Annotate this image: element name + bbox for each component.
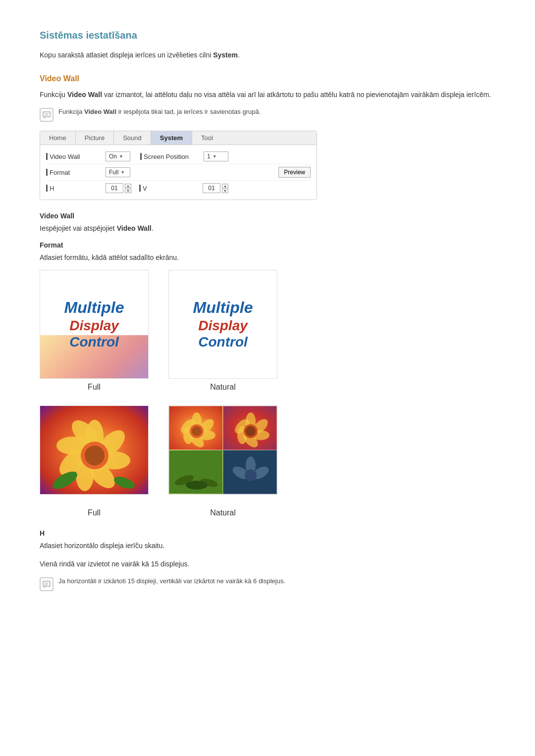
vw-label-text: Video Wall xyxy=(50,153,80,160)
svg-point-41 xyxy=(245,469,257,481)
sub-section-vw-desc: Iespējojiet vai atspējojiet Video Wall. xyxy=(40,223,495,234)
format-label-full: Full xyxy=(88,383,101,392)
note-icon xyxy=(40,108,54,122)
format-label-item-natural: Natural xyxy=(168,508,277,517)
flower-image-natural xyxy=(168,405,277,495)
note-box-1: Funkcija Video Wall ir iespējota tikai t… xyxy=(40,107,495,122)
format-image-full: Multiple Display Control xyxy=(40,270,149,379)
photo-label-full: Full xyxy=(88,508,101,517)
h-arrow-up[interactable]: ▲ xyxy=(125,184,131,188)
flower-svg-full xyxy=(40,406,149,495)
screenpos-label-text: Screen Position xyxy=(144,153,189,160)
svg-point-23 xyxy=(192,426,202,436)
format-selectbox[interactable]: Full ▼ xyxy=(106,167,130,177)
natural-cell-tr xyxy=(223,406,277,450)
v-arrow-up[interactable]: ▲ xyxy=(222,184,228,188)
intro-system-bold: System xyxy=(213,51,238,59)
vw-desc-suffix: var izmantot, lai attēlotu daļu no visa … xyxy=(104,91,491,99)
menu-item-picture[interactable]: Picture xyxy=(76,131,114,145)
sub-section-vw-heading: Video Wall xyxy=(40,212,495,220)
sub-vw-bold: Video Wall xyxy=(117,224,152,232)
h-section-desc1: Atlasiet horizontālo displeja ierīču ska… xyxy=(40,540,495,551)
screenpos-arrow: ▼ xyxy=(213,154,217,159)
note-box-2: Ja horizontāli ir izkārtoti 15 displeji,… xyxy=(40,576,495,591)
menu-label-v: V xyxy=(139,185,199,192)
v-value[interactable]: 01 xyxy=(203,183,220,193)
format-natural-text-overlay: Multiple Display Control xyxy=(169,270,277,378)
video-wall-heading: Video Wall xyxy=(40,74,495,83)
h-section-desc2: Vienā rindā var izvietot ne vairāk kā 15… xyxy=(40,558,495,569)
note-icon-2 xyxy=(40,577,54,591)
menu-item-system[interactable]: System xyxy=(151,131,192,145)
natural-text-line2: Display xyxy=(198,317,248,334)
label-bar-3 xyxy=(46,169,48,176)
vw-desc-prefix: Funkciju xyxy=(40,91,65,99)
format-grid: Multiple Display Control Full Multiple D… xyxy=(40,270,495,392)
page-heading: Sistēmas iestatīšana xyxy=(40,30,495,41)
note-text-2: Ja horizontāli ir izkārtoti 15 displeji,… xyxy=(58,576,285,586)
h-section-heading: H xyxy=(40,529,495,537)
format-label-item-full: Full xyxy=(40,508,149,517)
preview-button[interactable]: Preview xyxy=(278,167,311,178)
format-select[interactable]: Full ▼ xyxy=(106,167,130,177)
format-arrow: ▼ xyxy=(120,170,125,175)
menu-label-h: H xyxy=(46,185,106,192)
intro-text-after: . xyxy=(238,51,240,59)
menu-label-format: Format xyxy=(46,169,106,176)
label-bar-2 xyxy=(140,153,142,160)
format-label-text: Format xyxy=(50,169,70,176)
format-value: Full xyxy=(109,169,118,176)
menu-item-tool[interactable]: Tool xyxy=(192,131,222,145)
v-arrow-down[interactable]: ▼ xyxy=(222,189,228,193)
natural-cell-br xyxy=(223,450,277,494)
flower-item-full xyxy=(40,405,149,495)
note-text-1: Funkcija Video Wall ir iespējota tikai t… xyxy=(58,107,261,117)
format-labels-row: Full Natural xyxy=(40,508,495,517)
screenpos-value: 1 xyxy=(207,153,211,160)
sub-section-format-heading: Format xyxy=(40,241,495,249)
menu-row-format: Format Full ▼ Preview xyxy=(46,164,311,181)
svg-point-36 xyxy=(186,481,208,490)
format-full-text-overlay: Multiple Display Control xyxy=(40,270,148,378)
menu-row-hv: H 01 ▲ ▼ V 01 ▲ ▼ xyxy=(46,181,311,196)
format-item-natural: Multiple Display Control Natural xyxy=(168,270,277,392)
h-arrows[interactable]: ▲ ▼ xyxy=(125,184,131,193)
h-arrow-down[interactable]: ▼ xyxy=(125,189,131,193)
full-text-line3: Control xyxy=(69,334,119,351)
menu-row-videowall: Video Wall On ▼ Screen Position 1 ▼ xyxy=(46,149,311,164)
h-label-text: H xyxy=(50,185,54,192)
label-bar-4 xyxy=(46,185,48,192)
v-arrows[interactable]: ▲ ▼ xyxy=(222,184,228,193)
intro-paragraph: Kopu sarakstā atlasiet displeja ierīces … xyxy=(40,50,495,60)
svg-point-12 xyxy=(85,446,105,465)
menu-label-videowall: Video Wall xyxy=(46,153,106,160)
sub-section-format-desc: Atlasiet formātu, kādā attēlot sadalīto … xyxy=(40,252,495,263)
v-spinner[interactable]: 01 ▲ ▼ xyxy=(203,183,228,193)
full-text-line1: Multiple xyxy=(64,298,124,317)
video-wall-desc: Funkciju Video Wall var izmantot, lai at… xyxy=(40,89,495,100)
label-bar xyxy=(46,153,48,160)
menu-item-sound[interactable]: Sound xyxy=(114,131,151,145)
menu-bar: Home Picture Sound System Tool xyxy=(40,131,317,145)
menu-item-home[interactable]: Home xyxy=(40,131,76,145)
vw-on-selectbox[interactable]: On ▼ xyxy=(106,151,130,161)
note1-end: ir iespējota tikai tad, ja ierīces ir sa… xyxy=(118,108,261,115)
flower-item-natural xyxy=(168,405,277,495)
natural-grid-container xyxy=(169,406,277,494)
natural-cell-bl xyxy=(169,450,223,494)
note1-prefix: Funkcija xyxy=(58,108,82,115)
full-text-line2: Display xyxy=(69,317,119,334)
h-value[interactable]: 01 xyxy=(106,183,123,193)
vw-desc-bold: Video Wall xyxy=(67,91,102,99)
screenpos-selectbox[interactable]: 1 ▼ xyxy=(204,151,228,161)
menu-bar-wrapper: Home Picture Sound System Tool Video Wal… xyxy=(40,131,317,200)
note1-bold: Video Wall xyxy=(84,108,116,115)
flower-image-full xyxy=(40,405,149,495)
h-spinner[interactable]: 01 ▲ ▼ xyxy=(106,183,131,193)
vw-on-select[interactable]: On ▼ xyxy=(106,151,130,161)
intro-text-before: Kopu sarakstā atlasiet displeja ierīces … xyxy=(40,51,211,59)
screenpos-select[interactable]: 1 ▼ xyxy=(204,151,228,161)
menu-label-screenpos: Screen Position xyxy=(140,153,200,160)
svg-point-32 xyxy=(246,426,256,436)
vw-on-arrow: ▼ xyxy=(119,154,123,159)
